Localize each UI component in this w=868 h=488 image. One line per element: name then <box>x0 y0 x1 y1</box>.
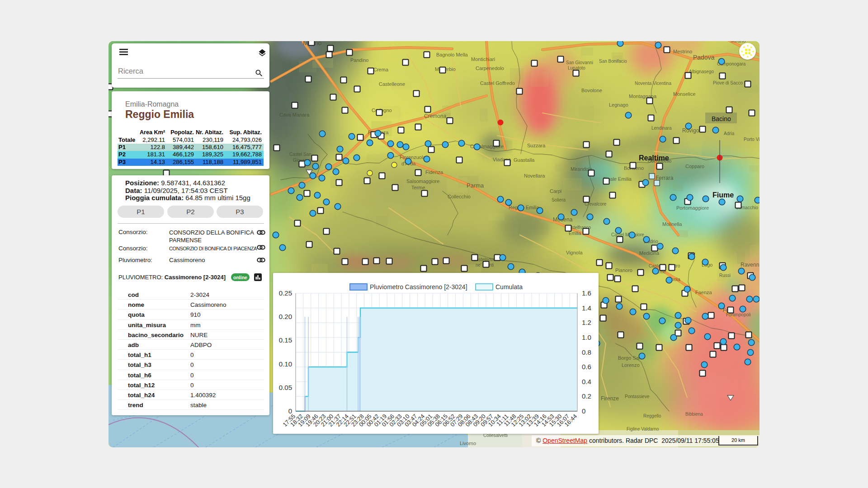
svg-text:Fidenza: Fidenza <box>425 169 443 175</box>
svg-text:Molinella: Molinella <box>662 221 682 227</box>
svg-text:Lupatoto: Lupatoto <box>568 66 585 70</box>
svg-text:Crema: Crema <box>373 67 389 72</box>
svg-text:Pandino: Pandino <box>350 57 368 63</box>
svg-text:0.25: 0.25 <box>279 289 292 297</box>
svg-text:Piove di Sacco: Piove di Sacco <box>713 80 743 85</box>
svg-text:1.6: 1.6 <box>582 289 591 297</box>
svg-text:Bovolone: Bovolone <box>581 88 602 93</box>
svg-text:Russi: Russi <box>719 273 731 278</box>
svg-text:0.05: 0.05 <box>279 384 292 391</box>
svg-text:Salsomaggiore: Salsomaggiore <box>406 178 439 184</box>
svg-text:Vignola: Vignola <box>566 250 583 255</box>
svg-text:Copparo: Copparo <box>685 164 704 169</box>
svg-text:Pianoro: Pianoro <box>615 267 632 273</box>
svg-text:Noventa Vicentina: Noventa Vicentina <box>635 81 671 86</box>
svg-text:Castel San: Castel San <box>289 152 311 157</box>
svg-text:Monselice: Monselice <box>673 91 696 97</box>
svg-text:Legnago: Legnago <box>609 102 628 108</box>
svg-text:Bagnolo Mella: Bagnolo Mella <box>436 52 468 57</box>
svg-text:Faenza: Faenza <box>695 290 712 295</box>
svg-text:San Giovanni: San Giovanni <box>566 60 593 65</box>
svg-text:Portomaggiore: Portomaggiore <box>676 205 709 211</box>
svg-text:Carpi: Carpi <box>550 188 561 194</box>
svg-text:0: 0 <box>582 407 585 415</box>
svg-text:Parma: Parma <box>467 182 484 189</box>
svg-text:Livorno: Livorno <box>460 441 476 446</box>
svg-text:1.4: 1.4 <box>582 304 591 312</box>
svg-text:0.8: 0.8 <box>582 348 591 356</box>
svg-text:Figline Valdarno: Figline Valdarno <box>627 427 659 432</box>
svg-text:Emilia: Emilia <box>569 231 581 236</box>
svg-text:Pontassieve: Pontassieve <box>625 394 650 399</box>
svg-text:Terme: Terme <box>411 185 425 190</box>
svg-text:0.10: 0.10 <box>279 360 292 368</box>
svg-text:Lendinara: Lendinara <box>651 126 672 131</box>
svg-text:Albignasego: Albignasego <box>689 69 714 74</box>
svg-text:Cava Manara: Cava Manara <box>279 112 310 117</box>
svg-text:Bacino: Bacino <box>712 115 731 122</box>
svg-text:0.15: 0.15 <box>279 336 292 344</box>
svg-text:0.20: 0.20 <box>279 313 292 320</box>
svg-text:Castelleone: Castelleone <box>379 81 405 87</box>
svg-text:Carpenedolo: Carpenedolo <box>476 66 504 71</box>
svg-text:1.2: 1.2 <box>582 319 591 326</box>
svg-text:Fiume: Fiume <box>712 191 734 199</box>
svg-text:Porto Vir: Porto Vir <box>744 137 760 142</box>
svg-text:Collecchio: Collecchio <box>448 194 471 199</box>
svg-text:Pluviometro Cassimoreno [2-302: Pluviometro Cassimoreno [2-3024] <box>370 283 467 291</box>
svg-text:Realtime: Realtime <box>639 154 669 162</box>
svg-text:Borgo San: Borgo San <box>618 355 642 361</box>
svg-text:Montichiari: Montichiari <box>471 56 495 62</box>
svg-text:Guastalla: Guastalla <box>514 157 535 163</box>
svg-text:Ravenna: Ravenna <box>741 262 760 268</box>
svg-text:1.0: 1.0 <box>582 333 591 341</box>
svg-text:0.2: 0.2 <box>582 392 591 400</box>
svg-text:0.4: 0.4 <box>582 378 591 385</box>
svg-text:0.6: 0.6 <box>582 363 591 371</box>
svg-text:Suzzara: Suzzara <box>527 143 546 148</box>
svg-text:Cremona: Cremona <box>424 113 447 119</box>
svg-text:Novellara: Novellara <box>524 173 545 178</box>
svg-text:Firenze: Firenze <box>601 395 619 402</box>
svg-text:Fiorenzuola: Fiorenzuola <box>400 155 426 160</box>
svg-text:Reggello: Reggello <box>643 413 661 418</box>
svg-text:Lorenzo: Lorenzo <box>622 362 640 368</box>
svg-text:Cumulata: Cumulata <box>495 283 523 291</box>
svg-text:Adria: Adria <box>724 131 735 136</box>
svg-text:Soliera: Soliera <box>552 197 566 202</box>
svg-text:Bibbiena: Bibbiena <box>685 412 703 417</box>
svg-text:Padova: Padova <box>693 54 715 61</box>
svg-text:San Bonifacio: San Bonifacio <box>599 59 627 64</box>
svg-text:Castel Goffredo: Castel Goffredo <box>480 80 515 86</box>
svg-text:Mestrino: Mestrino <box>673 49 692 54</box>
